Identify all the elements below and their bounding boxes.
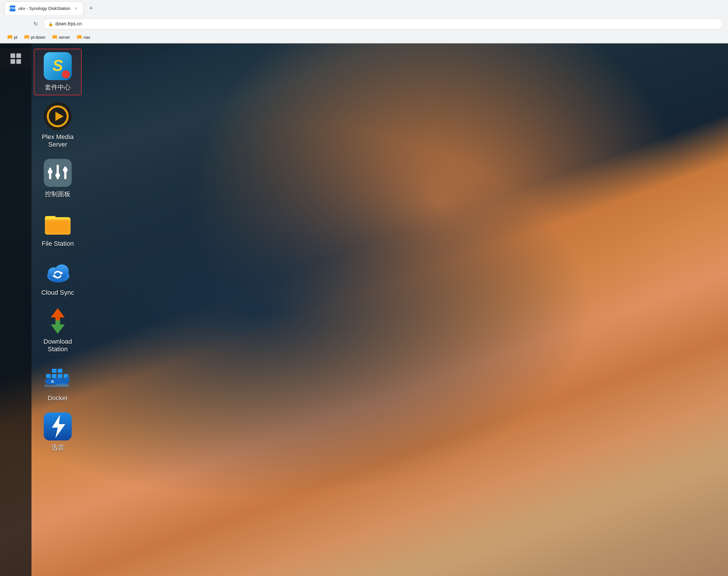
desktop-icon-docker[interactable]: Docker [34, 361, 81, 405]
browser-toolbar: ← → ↻ 🔒 down.frps.cn [0, 16, 728, 31]
desktop-icon-package-center[interactable]: S 套件中心 [34, 49, 81, 95]
svg-marker-23 [51, 320, 65, 334]
xunlei-label: 迅雷 [51, 443, 64, 452]
cloud-sync-label: Cloud Sync [41, 289, 74, 296]
desktop-icon-xunlei[interactable]: 迅雷 [34, 409, 81, 455]
bookmarks-bar: pt pt-down server nas [0, 31, 728, 43]
file-station-icon [44, 209, 72, 237]
package-center-label: 套件中心 [45, 83, 71, 92]
svg-rect-27 [52, 369, 57, 373]
download-station-svg [44, 307, 72, 335]
bookmark-folder-icon [77, 35, 82, 39]
download-station-label: Download Station [38, 338, 78, 353]
bookmark-pt-down[interactable]: pt-down [22, 34, 48, 41]
forward-button[interactable]: → [18, 19, 28, 29]
desktop-icon-download-station[interactable]: Download Station [34, 304, 81, 356]
bookmark-server-label: server [59, 35, 70, 40]
desktop-icon-plex[interactable]: Plex Media Server [34, 99, 81, 151]
svg-rect-26 [58, 374, 62, 378]
new-tab-button[interactable]: + [86, 3, 96, 13]
browser-titlebar: DSM ukx - Synology DiskStation × + [0, 0, 728, 16]
svg-rect-28 [58, 369, 62, 373]
xunlei-icon [44, 412, 72, 440]
bookmark-folder-icon [53, 35, 57, 39]
bookmark-server[interactable]: server [50, 34, 73, 41]
plex-label: Plex Media Server [38, 133, 78, 148]
svg-rect-25 [52, 374, 57, 378]
control-panel-label: 控制面板 [45, 190, 71, 199]
bookmark-folder-icon [25, 35, 29, 39]
bookmark-pt[interactable]: pt [5, 34, 20, 41]
svg-marker-22 [51, 308, 65, 321]
control-panel-svg [44, 159, 72, 187]
desktop-background [0, 44, 728, 576]
taskbar-top [0, 48, 31, 69]
svg-rect-24 [46, 374, 51, 378]
plex-icon [44, 102, 72, 130]
bookmark-nas-label: nas [83, 35, 90, 40]
grid-cell [10, 59, 15, 64]
svg-point-12 [63, 168, 68, 172]
control-panel-icon [44, 159, 72, 187]
svg-point-2 [62, 70, 70, 79]
desktop-icon-file-station[interactable]: File Station [34, 206, 81, 250]
file-station-label: File Station [42, 240, 74, 248]
browser-tab[interactable]: DSM ukx - Synology DiskStation × [5, 1, 83, 15]
grid-cell [10, 53, 15, 58]
download-station-icon [44, 307, 72, 335]
url-text: down.frps.cn [55, 21, 82, 27]
cloud-sync-icon [44, 258, 72, 286]
xunlei-svg [44, 412, 72, 440]
cloud-sync-svg [44, 258, 72, 286]
grid-cell [16, 53, 21, 58]
desktop: S 套件中心 Plex Media Server [0, 44, 728, 576]
svg-point-8 [48, 169, 53, 174]
tab-favicon: DSM [10, 5, 16, 11]
bookmark-nas[interactable]: nas [74, 34, 93, 41]
package-center-svg: S [44, 52, 72, 80]
svg-point-31 [52, 381, 53, 382]
grid-cell [16, 59, 21, 64]
back-button[interactable]: ← [5, 19, 15, 29]
tab-close-button[interactable]: × [73, 6, 78, 11]
apps-grid-icon[interactable] [10, 53, 21, 64]
svg-point-10 [55, 173, 60, 177]
taskbar [0, 44, 31, 576]
bookmark-pt-label: pt [14, 35, 18, 40]
svg-text:S: S [53, 57, 63, 74]
desktop-icon-control-panel[interactable]: 控制面板 [34, 156, 81, 201]
plex-svg [44, 102, 72, 130]
bookmark-folder-icon [7, 35, 12, 39]
tab-title: ukx - Synology DiskStation [18, 6, 70, 11]
docker-label: Docker [48, 394, 68, 402]
address-bar[interactable]: 🔒 down.frps.cn [43, 18, 723, 29]
lock-icon: 🔒 [48, 22, 53, 26]
desktop-icons-container: S 套件中心 Plex Media Server [31, 44, 84, 465]
reload-button[interactable]: ↻ [30, 19, 41, 29]
svg-rect-16 [47, 221, 69, 233]
docker-svg [44, 364, 72, 392]
desktop-icon-cloud-sync[interactable]: Cloud Sync [34, 255, 81, 299]
browser-frame: DSM ukx - Synology DiskStation × + ← → ↻… [0, 0, 728, 44]
file-station-svg [44, 209, 72, 237]
docker-icon [44, 364, 72, 392]
bookmark-pt-down-label: pt-down [31, 35, 46, 40]
package-center-icon: S [44, 52, 72, 80]
